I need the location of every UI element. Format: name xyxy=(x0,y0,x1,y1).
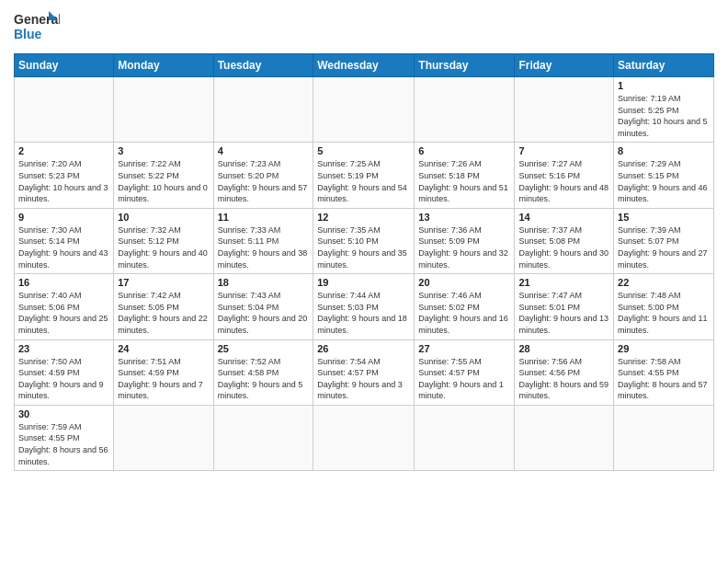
day-number: 16 xyxy=(18,277,109,288)
calendar-cell: 27Sunrise: 7:55 AM Sunset: 4:57 PM Dayli… xyxy=(415,339,515,405)
calendar-week-row: 2Sunrise: 7:20 AM Sunset: 5:23 PM Daylig… xyxy=(15,143,714,208)
day-number: 6 xyxy=(418,145,510,156)
calendar-cell: 26Sunrise: 7:54 AM Sunset: 4:57 PM Dayli… xyxy=(313,339,415,405)
calendar-cell: 10Sunrise: 7:32 AM Sunset: 5:12 PM Dayli… xyxy=(114,208,213,273)
calendar-cell: 29Sunrise: 7:58 AM Sunset: 4:55 PM Dayli… xyxy=(614,339,714,405)
day-number: 22 xyxy=(618,277,710,288)
day-header-tuesday: Tuesday xyxy=(213,54,313,77)
calendar-cell xyxy=(415,77,515,143)
day-info: Sunrise: 7:56 AM Sunset: 4:56 PM Dayligh… xyxy=(518,356,609,402)
calendar-cell xyxy=(114,405,213,470)
calendar-cell: 23Sunrise: 7:50 AM Sunset: 4:59 PM Dayli… xyxy=(15,339,114,405)
calendar-cell xyxy=(313,405,415,470)
day-number: 3 xyxy=(118,145,209,156)
day-number: 17 xyxy=(118,277,209,288)
day-info: Sunrise: 7:55 AM Sunset: 4:57 PM Dayligh… xyxy=(418,356,510,402)
day-info: Sunrise: 7:30 AM Sunset: 5:14 PM Dayligh… xyxy=(18,224,109,270)
calendar-cell xyxy=(15,77,114,143)
day-info: Sunrise: 7:29 AM Sunset: 5:15 PM Dayligh… xyxy=(618,158,710,204)
page-header: GeneralBlue xyxy=(14,9,714,46)
day-number: 5 xyxy=(317,145,410,156)
day-info: Sunrise: 7:22 AM Sunset: 5:22 PM Dayligh… xyxy=(118,158,209,204)
day-number: 18 xyxy=(218,277,310,288)
logo: GeneralBlue xyxy=(14,9,60,46)
calendar-week-row: 23Sunrise: 7:50 AM Sunset: 4:59 PM Dayli… xyxy=(15,339,714,405)
calendar-cell xyxy=(114,77,213,143)
calendar-cell: 14Sunrise: 7:37 AM Sunset: 5:08 PM Dayli… xyxy=(515,208,614,273)
day-header-friday: Friday xyxy=(515,54,614,77)
calendar-cell: 19Sunrise: 7:44 AM Sunset: 5:03 PM Dayli… xyxy=(313,274,415,339)
day-number: 19 xyxy=(317,277,410,288)
calendar-cell: 4Sunrise: 7:23 AM Sunset: 5:20 PM Daylig… xyxy=(213,143,313,208)
day-info: Sunrise: 7:58 AM Sunset: 4:55 PM Dayligh… xyxy=(618,356,710,402)
day-info: Sunrise: 7:27 AM Sunset: 5:16 PM Dayligh… xyxy=(518,158,609,204)
calendar-week-row: 9Sunrise: 7:30 AM Sunset: 5:14 PM Daylig… xyxy=(15,208,714,273)
day-header-thursday: Thursday xyxy=(415,54,515,77)
calendar-cell xyxy=(415,405,515,470)
day-header-saturday: Saturday xyxy=(614,54,714,77)
day-header-sunday: Sunday xyxy=(15,54,114,77)
day-number: 8 xyxy=(618,145,710,156)
calendar-cell: 13Sunrise: 7:36 AM Sunset: 5:09 PM Dayli… xyxy=(415,208,515,273)
day-header-wednesday: Wednesday xyxy=(313,54,415,77)
calendar-cell: 17Sunrise: 7:42 AM Sunset: 5:05 PM Dayli… xyxy=(114,274,213,339)
calendar-cell: 11Sunrise: 7:33 AM Sunset: 5:11 PM Dayli… xyxy=(213,208,313,273)
day-info: Sunrise: 7:39 AM Sunset: 5:07 PM Dayligh… xyxy=(618,224,710,270)
day-info: Sunrise: 7:54 AM Sunset: 4:57 PM Dayligh… xyxy=(317,356,410,402)
calendar-cell: 12Sunrise: 7:35 AM Sunset: 5:10 PM Dayli… xyxy=(313,208,415,273)
day-number: 14 xyxy=(518,212,609,223)
calendar-cell: 16Sunrise: 7:40 AM Sunset: 5:06 PM Dayli… xyxy=(15,274,114,339)
calendar-week-row: 1Sunrise: 7:19 AM Sunset: 5:25 PM Daylig… xyxy=(15,77,714,143)
calendar-cell: 6Sunrise: 7:26 AM Sunset: 5:18 PM Daylig… xyxy=(415,143,515,208)
day-info: Sunrise: 7:26 AM Sunset: 5:18 PM Dayligh… xyxy=(418,158,510,204)
day-number: 15 xyxy=(618,212,710,223)
day-number: 25 xyxy=(218,343,310,354)
calendar-cell xyxy=(515,77,614,143)
calendar-cell: 30Sunrise: 7:59 AM Sunset: 4:55 PM Dayli… xyxy=(15,405,114,470)
day-info: Sunrise: 7:32 AM Sunset: 5:12 PM Dayligh… xyxy=(118,224,209,270)
day-number: 21 xyxy=(518,277,609,288)
day-info: Sunrise: 7:44 AM Sunset: 5:03 PM Dayligh… xyxy=(317,290,410,336)
day-number: 10 xyxy=(118,212,209,223)
calendar-cell: 25Sunrise: 7:52 AM Sunset: 4:58 PM Dayli… xyxy=(213,339,313,405)
calendar-cell xyxy=(313,77,415,143)
day-info: Sunrise: 7:40 AM Sunset: 5:06 PM Dayligh… xyxy=(18,290,109,336)
day-info: Sunrise: 7:33 AM Sunset: 5:11 PM Dayligh… xyxy=(218,224,310,270)
day-info: Sunrise: 7:37 AM Sunset: 5:08 PM Dayligh… xyxy=(518,224,609,270)
day-number: 4 xyxy=(218,145,310,156)
day-info: Sunrise: 7:48 AM Sunset: 5:00 PM Dayligh… xyxy=(618,290,710,336)
day-number: 13 xyxy=(418,212,510,223)
day-info: Sunrise: 7:59 AM Sunset: 4:55 PM Dayligh… xyxy=(18,421,109,467)
day-header-monday: Monday xyxy=(114,54,213,77)
day-number: 27 xyxy=(418,343,510,354)
calendar-cell: 20Sunrise: 7:46 AM Sunset: 5:02 PM Dayli… xyxy=(415,274,515,339)
calendar-week-row: 30Sunrise: 7:59 AM Sunset: 4:55 PM Dayli… xyxy=(15,405,714,470)
day-info: Sunrise: 7:25 AM Sunset: 5:19 PM Dayligh… xyxy=(317,158,410,204)
day-info: Sunrise: 7:35 AM Sunset: 5:10 PM Dayligh… xyxy=(317,224,410,270)
day-number: 9 xyxy=(18,212,109,223)
calendar-cell: 7Sunrise: 7:27 AM Sunset: 5:16 PM Daylig… xyxy=(515,143,614,208)
calendar-cell: 8Sunrise: 7:29 AM Sunset: 5:15 PM Daylig… xyxy=(614,143,714,208)
day-info: Sunrise: 7:43 AM Sunset: 5:04 PM Dayligh… xyxy=(218,290,310,336)
day-number: 2 xyxy=(18,145,109,156)
day-number: 29 xyxy=(618,343,710,354)
calendar-cell: 15Sunrise: 7:39 AM Sunset: 5:07 PM Dayli… xyxy=(614,208,714,273)
day-number: 28 xyxy=(518,343,609,354)
svg-text:Blue: Blue xyxy=(14,27,42,41)
calendar-cell xyxy=(213,77,313,143)
day-number: 30 xyxy=(18,408,109,419)
calendar-cell: 3Sunrise: 7:22 AM Sunset: 5:22 PM Daylig… xyxy=(114,143,213,208)
day-info: Sunrise: 7:52 AM Sunset: 4:58 PM Dayligh… xyxy=(218,356,310,402)
day-number: 20 xyxy=(418,277,510,288)
day-number: 26 xyxy=(317,343,410,354)
day-number: 24 xyxy=(118,343,209,354)
day-number: 23 xyxy=(18,343,109,354)
day-info: Sunrise: 7:36 AM Sunset: 5:09 PM Dayligh… xyxy=(418,224,510,270)
day-info: Sunrise: 7:23 AM Sunset: 5:20 PM Dayligh… xyxy=(218,158,310,204)
day-number: 12 xyxy=(317,212,410,223)
day-number: 7 xyxy=(518,145,609,156)
calendar-cell: 18Sunrise: 7:43 AM Sunset: 5:04 PM Dayli… xyxy=(213,274,313,339)
day-info: Sunrise: 7:47 AM Sunset: 5:01 PM Dayligh… xyxy=(518,290,609,336)
calendar-cell xyxy=(614,405,714,470)
calendar-cell: 2Sunrise: 7:20 AM Sunset: 5:23 PM Daylig… xyxy=(15,143,114,208)
